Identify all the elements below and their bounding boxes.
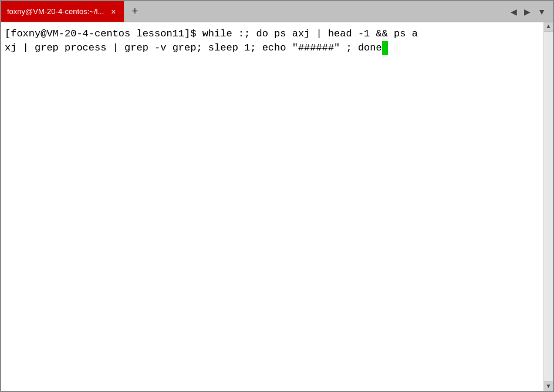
nav-left-button[interactable]: ◀ (508, 6, 519, 18)
tab-navigation: ◀ ▶ ▼ (504, 1, 553, 22)
tab-title: foxny@VM-20-4-centos:~/l... (7, 7, 104, 16)
terminal-body: [foxny@VM-20-4-centos lesson11]$ while :… (1, 22, 553, 391)
nav-dropdown-button[interactable]: ▼ (535, 6, 548, 18)
terminal-window: foxny@VM-20-4-centos:~/l... × + ◀ ▶ ▼ [f… (0, 0, 554, 392)
terminal-cursor (382, 41, 388, 55)
scrollbar-up-button[interactable]: ▲ (544, 22, 553, 32)
tab-close-button[interactable]: × (109, 6, 118, 18)
tab-spacer (145, 1, 504, 22)
terminal-content[interactable]: [foxny@VM-20-4-centos lesson11]$ while :… (1, 22, 543, 391)
terminal-line2: xj | grep process | grep -v grep; sleep … (5, 42, 382, 53)
scrollbar-down-button[interactable]: ▼ (544, 381, 553, 391)
scrollbar: ▲ ▼ (543, 22, 553, 391)
nav-right-button[interactable]: ▶ (522, 6, 533, 18)
scrollbar-track[interactable] (544, 32, 553, 381)
active-tab[interactable]: foxny@VM-20-4-centos:~/l... × (1, 1, 124, 22)
new-tab-button[interactable]: + (124, 1, 145, 22)
terminal-line1: [foxny@VM-20-4-centos lesson11]$ while :… (5, 28, 418, 39)
tab-bar: foxny@VM-20-4-centos:~/l... × + ◀ ▶ ▼ (1, 1, 553, 22)
